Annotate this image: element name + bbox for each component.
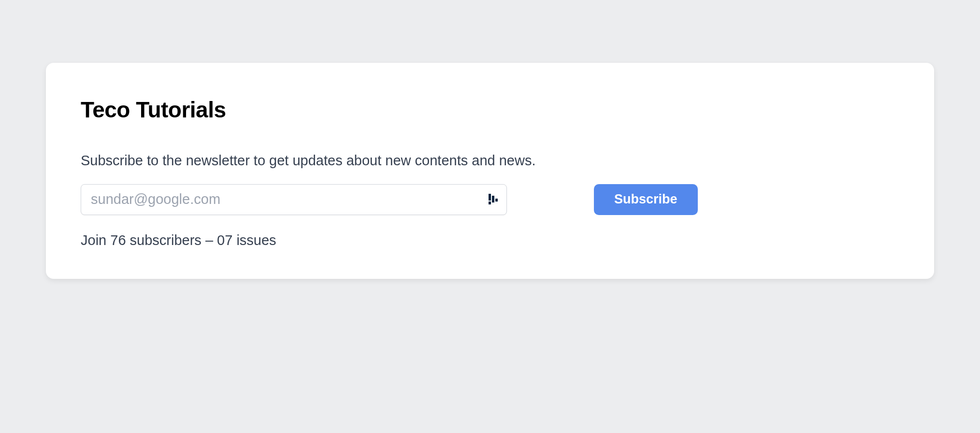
subscribe-form-row: Subscribe	[81, 184, 899, 215]
email-input[interactable]	[81, 184, 507, 215]
card-title: Teco Tutorials	[81, 97, 899, 123]
subscriber-stats: Join 76 subscribers – 07 issues	[81, 231, 899, 250]
email-input-wrapper	[81, 184, 507, 215]
card-description: Subscribe to the newsletter to get updat…	[81, 151, 899, 171]
subscribe-button[interactable]: Subscribe	[594, 184, 698, 215]
newsletter-card: Teco Tutorials Subscribe to the newslett…	[46, 63, 934, 279]
